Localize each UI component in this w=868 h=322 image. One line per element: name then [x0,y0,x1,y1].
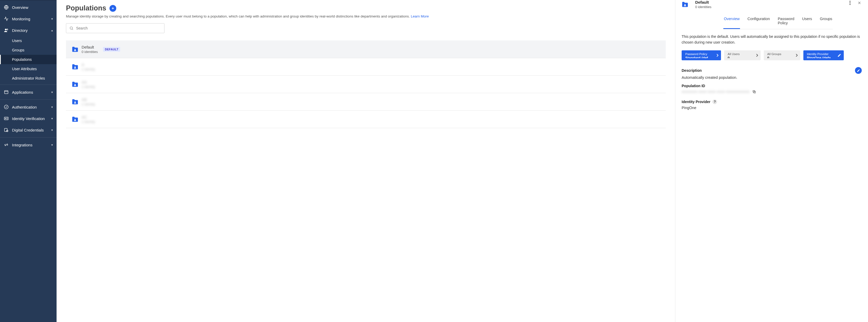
svg-point-21 [684,4,686,5]
svg-point-18 [74,84,76,85]
sidebar-item-users[interactable]: Users [0,36,57,46]
list-item-name: AC [82,115,95,119]
list-item[interactable]: Default0 identitiesDEFAULT [66,40,666,58]
chevron-down-icon: ▾ [51,143,53,147]
more-options-button[interactable] [847,0,853,6]
search-input[interactable] [76,26,161,30]
card-label: Password Policy [685,53,712,56]
add-population-button[interactable] [110,5,116,12]
population-folder-icon [72,81,79,87]
svg-point-17 [74,66,76,68]
card-value: PingOne (defa… [807,56,834,58]
page-description-text: Manage identity storage by creating and … [66,14,410,18]
population-id-value: xxxxxxxx-xxxx-xxxx-xxxx-xxxxxxxxxxxx [682,89,750,94]
help-icon[interactable]: ? [712,99,717,104]
population-id-label: Population ID [682,84,862,88]
chevron-down-icon: ▾ [51,106,53,109]
learn-more-link[interactable]: Learn More [411,14,429,18]
sidebar-item-applications[interactable]: Applications ▾ [0,86,57,98]
tab-overview[interactable]: Overview [723,14,740,29]
list-item[interactable]: AA1 identity [66,76,666,93]
sidebar-item-directory[interactable]: Directory ▴ [0,25,57,36]
card-value: 0 [767,56,791,58]
card-label: All Groups [767,53,791,56]
list-item-name: A [82,62,95,67]
population-folder-icon [72,99,79,105]
id-card-icon [4,116,9,121]
sidebar-divider [0,85,57,85]
sidebar-item-overview[interactable]: Overview [0,2,57,13]
sidebar-label: Identity Verification [12,116,45,121]
svg-point-14 [70,27,72,29]
svg-point-1 [5,29,6,30]
content-area: Populations Manage identity storage by c… [57,0,675,322]
close-panel-button[interactable] [857,0,862,6]
population-folder-icon [72,64,79,70]
pencil-icon [837,54,841,57]
panel-tabs: Overview Configuration Password Policy U… [723,14,833,29]
card-value: 0 [728,56,751,58]
card-value: Standard (def… [685,56,712,58]
list-item[interactable]: A1 identity [66,58,666,76]
chevron-down-icon: ▾ [51,91,53,94]
card-all-users[interactable]: All Users 0 [724,50,761,60]
svg-point-2 [7,29,8,30]
globe-icon [4,5,9,10]
sidebar-divider [0,137,57,138]
sidebar-item-identity-verification[interactable]: Identity Verification ▾ [0,113,57,124]
tab-configuration[interactable]: Configuration [747,14,770,29]
edit-description-button[interactable] [855,67,862,74]
page-description: Manage identity storage by creating and … [66,14,666,19]
tab-groups[interactable]: Groups [819,14,833,29]
panel-title: Default [695,0,711,5]
certificate-icon [4,127,9,133]
svg-line-15 [72,29,73,30]
sidebar-item-authentication[interactable]: Authentication ▾ [0,101,57,113]
search-box[interactable] [66,23,164,33]
tab-users[interactable]: Users [802,14,812,29]
list-item[interactable]: AC1 identity [66,110,666,128]
description-label: Description [682,68,702,72]
sidebar-sub-label: Users [12,39,22,43]
sidebar-item-administrator-roles[interactable]: Administrator Roles [0,74,57,83]
sidebar-label: Digital Credentials [12,128,44,132]
list-item-name: AA [82,80,95,84]
sidebar-item-digital-credentials[interactable]: Digital Credentials ▾ [0,124,57,136]
card-identity-provider[interactable]: Identity Provider PingOne (defa… [803,50,844,60]
sidebar-label: Applications [12,90,33,94]
svg-point-7 [5,118,6,119]
list-item-sub: 1 identity [82,85,95,89]
sidebar-sub-label: User Attributes [12,67,37,71]
sidebar-sub-label: Groups [12,48,25,52]
identity-provider-label: Identity Provider [682,100,710,104]
card-all-groups[interactable]: All Groups 0 [764,50,800,60]
svg-point-23 [849,2,850,3]
list-item-name: AB [82,97,95,102]
svg-point-16 [74,49,76,50]
list-item[interactable]: AB1 identity [66,93,666,110]
sidebar-sub-label: Administrator Roles [12,76,45,80]
svg-point-20 [74,119,76,120]
sidebar-item-groups[interactable]: Groups [0,46,57,55]
list-item-name: Default [82,45,98,49]
sidebar-label: Authentication [12,105,37,109]
sidebar-divider [0,99,57,100]
sidebar-item-monitoring[interactable]: Monitoring ▾ [0,13,57,25]
svg-point-19 [74,101,76,103]
main: Populations Manage identity storage by c… [57,0,868,322]
population-folder-icon [72,116,79,122]
copy-id-button[interactable] [752,90,756,94]
sidebar-item-integrations[interactable]: Integrations ▾ [0,139,57,151]
panel-subtitle: 0 identities [695,5,711,9]
list-item-sub: 1 identity [82,102,95,106]
sidebar-item-populations[interactable]: Populations [0,55,57,64]
description-value: Automatically created population. [682,76,862,80]
chevron-right-icon [716,54,718,57]
sidebar-label: Monitoring [12,17,30,21]
svg-point-24 [849,4,850,5]
card-password-policy[interactable]: Password Policy Standard (def… [682,50,721,60]
chevron-up-icon: ▴ [51,29,53,32]
tab-password-policy[interactable]: Password Policy [777,14,795,29]
card-label: Identity Provider [807,53,834,56]
sidebar-item-user-attributes[interactable]: User Attributes [0,64,57,74]
